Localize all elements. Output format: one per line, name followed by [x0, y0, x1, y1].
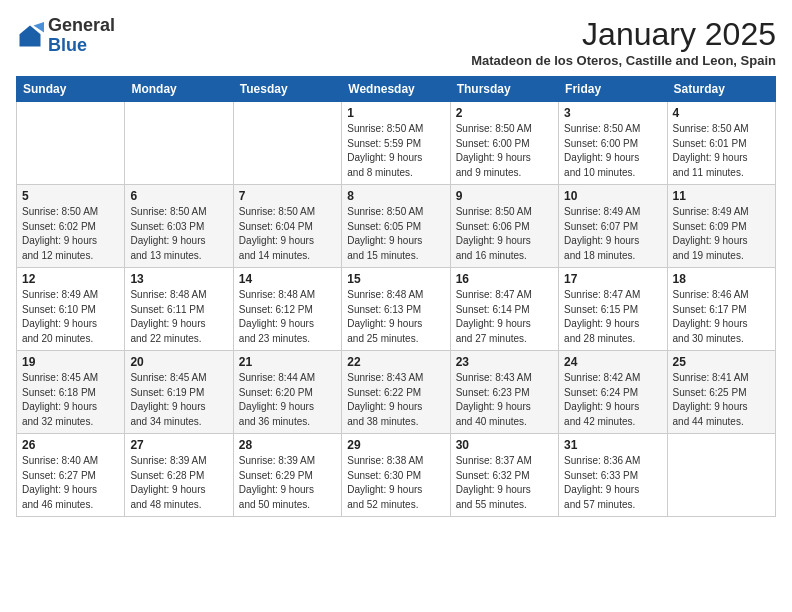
weekday-header-row: SundayMondayTuesdayWednesdayThursdayFrid…: [17, 77, 776, 102]
calendar-cell: 1Sunrise: 8:50 AM Sunset: 5:59 PM Daylig…: [342, 102, 450, 185]
calendar-cell: 12Sunrise: 8:49 AM Sunset: 6:10 PM Dayli…: [17, 268, 125, 351]
day-number: 14: [239, 272, 336, 286]
day-info: Sunrise: 8:37 AM Sunset: 6:32 PM Dayligh…: [456, 454, 553, 512]
weekday-header: Tuesday: [233, 77, 341, 102]
day-number: 29: [347, 438, 444, 452]
day-info: Sunrise: 8:50 AM Sunset: 6:00 PM Dayligh…: [456, 122, 553, 180]
day-info: Sunrise: 8:39 AM Sunset: 6:28 PM Dayligh…: [130, 454, 227, 512]
day-number: 6: [130, 189, 227, 203]
calendar-table: SundayMondayTuesdayWednesdayThursdayFrid…: [16, 76, 776, 517]
page-header: General Blue January 2025 Matadeon de lo…: [16, 16, 776, 68]
calendar-week-row: 26Sunrise: 8:40 AM Sunset: 6:27 PM Dayli…: [17, 434, 776, 517]
day-number: 5: [22, 189, 119, 203]
calendar-cell: 5Sunrise: 8:50 AM Sunset: 6:02 PM Daylig…: [17, 185, 125, 268]
month-year-title: January 2025: [471, 16, 776, 53]
calendar-cell: 8Sunrise: 8:50 AM Sunset: 6:05 PM Daylig…: [342, 185, 450, 268]
calendar-cell: 29Sunrise: 8:38 AM Sunset: 6:30 PM Dayli…: [342, 434, 450, 517]
day-info: Sunrise: 8:50 AM Sunset: 6:00 PM Dayligh…: [564, 122, 661, 180]
calendar-week-row: 19Sunrise: 8:45 AM Sunset: 6:18 PM Dayli…: [17, 351, 776, 434]
calendar-week-row: 1Sunrise: 8:50 AM Sunset: 5:59 PM Daylig…: [17, 102, 776, 185]
calendar-cell: 13Sunrise: 8:48 AM Sunset: 6:11 PM Dayli…: [125, 268, 233, 351]
day-info: Sunrise: 8:43 AM Sunset: 6:22 PM Dayligh…: [347, 371, 444, 429]
calendar-cell: 20Sunrise: 8:45 AM Sunset: 6:19 PM Dayli…: [125, 351, 233, 434]
calendar-cell: 14Sunrise: 8:48 AM Sunset: 6:12 PM Dayli…: [233, 268, 341, 351]
calendar-week-row: 5Sunrise: 8:50 AM Sunset: 6:02 PM Daylig…: [17, 185, 776, 268]
day-number: 26: [22, 438, 119, 452]
day-number: 9: [456, 189, 553, 203]
calendar-cell: 23Sunrise: 8:43 AM Sunset: 6:23 PM Dayli…: [450, 351, 558, 434]
day-info: Sunrise: 8:48 AM Sunset: 6:11 PM Dayligh…: [130, 288, 227, 346]
day-info: Sunrise: 8:48 AM Sunset: 6:13 PM Dayligh…: [347, 288, 444, 346]
calendar-cell: [125, 102, 233, 185]
day-number: 16: [456, 272, 553, 286]
day-info: Sunrise: 8:50 AM Sunset: 5:59 PM Dayligh…: [347, 122, 444, 180]
day-info: Sunrise: 8:41 AM Sunset: 6:25 PM Dayligh…: [673, 371, 770, 429]
day-info: Sunrise: 8:50 AM Sunset: 6:06 PM Dayligh…: [456, 205, 553, 263]
day-info: Sunrise: 8:44 AM Sunset: 6:20 PM Dayligh…: [239, 371, 336, 429]
day-number: 21: [239, 355, 336, 369]
day-number: 3: [564, 106, 661, 120]
calendar-cell: 16Sunrise: 8:47 AM Sunset: 6:14 PM Dayli…: [450, 268, 558, 351]
calendar-cell: 26Sunrise: 8:40 AM Sunset: 6:27 PM Dayli…: [17, 434, 125, 517]
calendar-cell: 3Sunrise: 8:50 AM Sunset: 6:00 PM Daylig…: [559, 102, 667, 185]
calendar-cell: 24Sunrise: 8:42 AM Sunset: 6:24 PM Dayli…: [559, 351, 667, 434]
day-number: 24: [564, 355, 661, 369]
calendar-cell: 9Sunrise: 8:50 AM Sunset: 6:06 PM Daylig…: [450, 185, 558, 268]
day-info: Sunrise: 8:46 AM Sunset: 6:17 PM Dayligh…: [673, 288, 770, 346]
calendar-cell: 30Sunrise: 8:37 AM Sunset: 6:32 PM Dayli…: [450, 434, 558, 517]
day-info: Sunrise: 8:49 AM Sunset: 6:10 PM Dayligh…: [22, 288, 119, 346]
day-number: 30: [456, 438, 553, 452]
day-info: Sunrise: 8:40 AM Sunset: 6:27 PM Dayligh…: [22, 454, 119, 512]
weekday-header: Sunday: [17, 77, 125, 102]
logo-blue-text: Blue: [48, 35, 87, 55]
day-number: 25: [673, 355, 770, 369]
day-info: Sunrise: 8:49 AM Sunset: 6:07 PM Dayligh…: [564, 205, 661, 263]
title-block: January 2025 Matadeon de los Oteros, Cas…: [471, 16, 776, 68]
day-info: Sunrise: 8:48 AM Sunset: 6:12 PM Dayligh…: [239, 288, 336, 346]
day-info: Sunrise: 8:50 AM Sunset: 6:04 PM Dayligh…: [239, 205, 336, 263]
day-number: 2: [456, 106, 553, 120]
weekday-header: Wednesday: [342, 77, 450, 102]
calendar-week-row: 12Sunrise: 8:49 AM Sunset: 6:10 PM Dayli…: [17, 268, 776, 351]
calendar-cell: 15Sunrise: 8:48 AM Sunset: 6:13 PM Dayli…: [342, 268, 450, 351]
calendar-cell: 28Sunrise: 8:39 AM Sunset: 6:29 PM Dayli…: [233, 434, 341, 517]
day-info: Sunrise: 8:43 AM Sunset: 6:23 PM Dayligh…: [456, 371, 553, 429]
day-number: 8: [347, 189, 444, 203]
svg-marker-0: [20, 25, 41, 46]
calendar-cell: 10Sunrise: 8:49 AM Sunset: 6:07 PM Dayli…: [559, 185, 667, 268]
day-info: Sunrise: 8:45 AM Sunset: 6:19 PM Dayligh…: [130, 371, 227, 429]
calendar-cell: 31Sunrise: 8:36 AM Sunset: 6:33 PM Dayli…: [559, 434, 667, 517]
calendar-cell: 6Sunrise: 8:50 AM Sunset: 6:03 PM Daylig…: [125, 185, 233, 268]
logo: General Blue: [16, 16, 115, 56]
day-info: Sunrise: 8:50 AM Sunset: 6:05 PM Dayligh…: [347, 205, 444, 263]
day-number: 31: [564, 438, 661, 452]
calendar-cell: 11Sunrise: 8:49 AM Sunset: 6:09 PM Dayli…: [667, 185, 775, 268]
calendar-cell: 18Sunrise: 8:46 AM Sunset: 6:17 PM Dayli…: [667, 268, 775, 351]
day-info: Sunrise: 8:49 AM Sunset: 6:09 PM Dayligh…: [673, 205, 770, 263]
day-number: 20: [130, 355, 227, 369]
calendar-cell: 25Sunrise: 8:41 AM Sunset: 6:25 PM Dayli…: [667, 351, 775, 434]
day-number: 15: [347, 272, 444, 286]
day-number: 22: [347, 355, 444, 369]
logo-icon: [16, 22, 44, 50]
day-number: 23: [456, 355, 553, 369]
day-number: 28: [239, 438, 336, 452]
day-number: 27: [130, 438, 227, 452]
logo-general-text: General: [48, 15, 115, 35]
day-info: Sunrise: 8:47 AM Sunset: 6:15 PM Dayligh…: [564, 288, 661, 346]
day-number: 19: [22, 355, 119, 369]
weekday-header: Monday: [125, 77, 233, 102]
calendar-cell: 27Sunrise: 8:39 AM Sunset: 6:28 PM Dayli…: [125, 434, 233, 517]
location-subtitle: Matadeon de los Oteros, Castille and Leo…: [471, 53, 776, 68]
day-info: Sunrise: 8:39 AM Sunset: 6:29 PM Dayligh…: [239, 454, 336, 512]
day-info: Sunrise: 8:38 AM Sunset: 6:30 PM Dayligh…: [347, 454, 444, 512]
weekday-header: Saturday: [667, 77, 775, 102]
calendar-cell: 21Sunrise: 8:44 AM Sunset: 6:20 PM Dayli…: [233, 351, 341, 434]
calendar-cell: [17, 102, 125, 185]
calendar-cell: 19Sunrise: 8:45 AM Sunset: 6:18 PM Dayli…: [17, 351, 125, 434]
day-info: Sunrise: 8:45 AM Sunset: 6:18 PM Dayligh…: [22, 371, 119, 429]
day-info: Sunrise: 8:47 AM Sunset: 6:14 PM Dayligh…: [456, 288, 553, 346]
calendar-cell: 17Sunrise: 8:47 AM Sunset: 6:15 PM Dayli…: [559, 268, 667, 351]
day-number: 13: [130, 272, 227, 286]
day-number: 18: [673, 272, 770, 286]
